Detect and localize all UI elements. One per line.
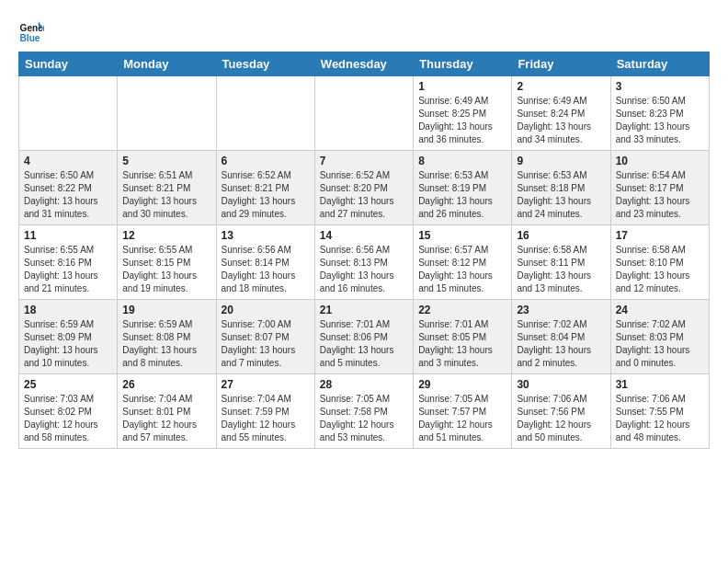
day-number: 1 (418, 80, 506, 93)
day-number: 21 (320, 304, 408, 316)
calendar-cell (19, 76, 118, 151)
day-number: 22 (418, 304, 506, 316)
day-number: 4 (24, 155, 112, 167)
calendar-week-4: 18Sunrise: 6:59 AM Sunset: 8:09 PM Dayli… (19, 300, 710, 374)
calendar-cell: 7Sunrise: 6:52 AM Sunset: 8:20 PM Daylig… (314, 151, 413, 225)
day-info: Sunrise: 6:59 AM Sunset: 8:09 PM Dayligh… (24, 318, 112, 370)
day-info: Sunrise: 6:59 AM Sunset: 8:08 PM Dayligh… (122, 318, 210, 370)
weekday-header-wednesday: Wednesday (314, 52, 413, 76)
day-number: 23 (517, 304, 605, 316)
logo: General Blue (18, 18, 48, 44)
day-info: Sunrise: 7:02 AM Sunset: 8:04 PM Dayligh… (517, 318, 605, 370)
day-info: Sunrise: 6:56 AM Sunset: 8:13 PM Dayligh… (320, 244, 408, 295)
day-number: 14 (320, 229, 408, 242)
day-info: Sunrise: 6:58 AM Sunset: 8:10 PM Dayligh… (616, 244, 704, 295)
calendar-cell: 9Sunrise: 6:53 AM Sunset: 8:18 PM Daylig… (512, 151, 610, 225)
day-info: Sunrise: 7:01 AM Sunset: 8:06 PM Dayligh… (320, 318, 408, 370)
day-number: 15 (418, 229, 506, 242)
calendar-cell: 11Sunrise: 6:55 AM Sunset: 8:16 PM Dayli… (19, 225, 118, 300)
calendar-cell: 17Sunrise: 6:58 AM Sunset: 8:10 PM Dayli… (610, 225, 709, 300)
calendar-cell: 22Sunrise: 7:01 AM Sunset: 8:05 PM Dayli… (414, 300, 512, 374)
weekday-header-row: SundayMondayTuesdayWednesdayThursdayFrid… (19, 52, 710, 76)
weekday-header-monday: Monday (118, 52, 216, 76)
day-number: 27 (222, 378, 310, 391)
day-info: Sunrise: 6:54 AM Sunset: 8:17 PM Dayligh… (616, 169, 704, 221)
calendar-cell: 28Sunrise: 7:05 AM Sunset: 7:58 PM Dayli… (314, 374, 413, 449)
day-info: Sunrise: 6:50 AM Sunset: 8:22 PM Dayligh… (24, 169, 112, 221)
day-number: 10 (616, 155, 704, 167)
day-info: Sunrise: 6:49 AM Sunset: 8:24 PM Dayligh… (517, 95, 605, 146)
calendar-cell: 25Sunrise: 7:03 AM Sunset: 8:02 PM Dayli… (19, 374, 118, 449)
day-number: 3 (616, 80, 704, 93)
day-info: Sunrise: 7:04 AM Sunset: 8:01 PM Dayligh… (122, 393, 210, 444)
calendar-cell: 14Sunrise: 6:56 AM Sunset: 8:13 PM Dayli… (314, 225, 413, 300)
calendar-cell: 3Sunrise: 6:50 AM Sunset: 8:23 PM Daylig… (610, 76, 709, 151)
day-info: Sunrise: 6:53 AM Sunset: 8:18 PM Dayligh… (517, 169, 605, 221)
calendar-week-2: 4Sunrise: 6:50 AM Sunset: 8:22 PM Daylig… (19, 151, 710, 225)
day-info: Sunrise: 7:02 AM Sunset: 8:03 PM Dayligh… (616, 318, 704, 370)
calendar-table: SundayMondayTuesdayWednesdayThursdayFrid… (18, 52, 710, 449)
day-number: 18 (24, 304, 112, 316)
day-number: 7 (320, 155, 408, 167)
page-header: General Blue (18, 15, 710, 44)
calendar-cell: 30Sunrise: 7:06 AM Sunset: 7:56 PM Dayli… (512, 374, 610, 449)
day-number: 5 (122, 155, 210, 167)
weekday-header-saturday: Saturday (610, 52, 709, 76)
calendar-cell: 23Sunrise: 7:02 AM Sunset: 8:04 PM Dayli… (512, 300, 610, 374)
svg-text:Blue: Blue (20, 33, 40, 43)
calendar-cell: 10Sunrise: 6:54 AM Sunset: 8:17 PM Dayli… (610, 151, 709, 225)
calendar-cell: 15Sunrise: 6:57 AM Sunset: 8:12 PM Dayli… (414, 225, 512, 300)
day-info: Sunrise: 7:05 AM Sunset: 7:57 PM Dayligh… (418, 393, 506, 444)
calendar-week-5: 25Sunrise: 7:03 AM Sunset: 8:02 PM Dayli… (19, 374, 710, 449)
calendar-cell: 27Sunrise: 7:04 AM Sunset: 7:59 PM Dayli… (216, 374, 314, 449)
day-number: 30 (517, 378, 605, 391)
calendar-cell: 29Sunrise: 7:05 AM Sunset: 7:57 PM Dayli… (414, 374, 512, 449)
calendar-cell (118, 76, 216, 151)
day-number: 2 (517, 80, 605, 93)
weekday-header-friday: Friday (512, 52, 610, 76)
day-info: Sunrise: 7:06 AM Sunset: 7:56 PM Dayligh… (517, 393, 605, 444)
day-number: 31 (616, 378, 704, 391)
day-info: Sunrise: 6:52 AM Sunset: 8:20 PM Dayligh… (320, 169, 408, 221)
calendar-cell: 13Sunrise: 6:56 AM Sunset: 8:14 PM Dayli… (216, 225, 314, 300)
day-info: Sunrise: 7:01 AM Sunset: 8:05 PM Dayligh… (418, 318, 506, 370)
day-info: Sunrise: 7:05 AM Sunset: 7:58 PM Dayligh… (320, 393, 408, 444)
calendar-cell (314, 76, 413, 151)
calendar-week-3: 11Sunrise: 6:55 AM Sunset: 8:16 PM Dayli… (19, 225, 710, 300)
calendar-cell: 1Sunrise: 6:49 AM Sunset: 8:25 PM Daylig… (414, 76, 512, 151)
day-info: Sunrise: 7:03 AM Sunset: 8:02 PM Dayligh… (24, 393, 112, 444)
calendar-cell: 31Sunrise: 7:06 AM Sunset: 7:55 PM Dayli… (610, 374, 709, 449)
calendar-cell (216, 76, 314, 151)
calendar-cell: 26Sunrise: 7:04 AM Sunset: 8:01 PM Dayli… (118, 374, 216, 449)
day-number: 28 (320, 378, 408, 391)
day-number: 8 (418, 155, 506, 167)
calendar-cell: 12Sunrise: 6:55 AM Sunset: 8:15 PM Dayli… (118, 225, 216, 300)
calendar-cell: 16Sunrise: 6:58 AM Sunset: 8:11 PM Dayli… (512, 225, 610, 300)
day-number: 13 (222, 229, 310, 242)
day-number: 26 (122, 378, 210, 391)
day-number: 19 (122, 304, 210, 316)
calendar-cell: 18Sunrise: 6:59 AM Sunset: 8:09 PM Dayli… (19, 300, 118, 374)
day-info: Sunrise: 6:56 AM Sunset: 8:14 PM Dayligh… (222, 244, 310, 295)
day-number: 17 (616, 229, 704, 242)
day-info: Sunrise: 7:06 AM Sunset: 7:55 PM Dayligh… (616, 393, 704, 444)
day-info: Sunrise: 7:04 AM Sunset: 7:59 PM Dayligh… (222, 393, 310, 444)
calendar-cell: 2Sunrise: 6:49 AM Sunset: 8:24 PM Daylig… (512, 76, 610, 151)
day-number: 11 (24, 229, 112, 242)
day-info: Sunrise: 6:51 AM Sunset: 8:21 PM Dayligh… (122, 169, 210, 221)
calendar-cell: 8Sunrise: 6:53 AM Sunset: 8:19 PM Daylig… (414, 151, 512, 225)
day-info: Sunrise: 6:55 AM Sunset: 8:15 PM Dayligh… (122, 244, 210, 295)
day-number: 24 (616, 304, 704, 316)
calendar-cell: 24Sunrise: 7:02 AM Sunset: 8:03 PM Dayli… (610, 300, 709, 374)
day-number: 16 (517, 229, 605, 242)
day-number: 20 (222, 304, 310, 316)
weekday-header-tuesday: Tuesday (216, 52, 314, 76)
day-info: Sunrise: 7:00 AM Sunset: 8:07 PM Dayligh… (222, 318, 310, 370)
day-info: Sunrise: 6:55 AM Sunset: 8:16 PM Dayligh… (24, 244, 112, 295)
calendar-cell: 21Sunrise: 7:01 AM Sunset: 8:06 PM Dayli… (314, 300, 413, 374)
day-number: 29 (418, 378, 506, 391)
weekday-header-sunday: Sunday (19, 52, 118, 76)
day-info: Sunrise: 6:49 AM Sunset: 8:25 PM Dayligh… (418, 95, 506, 146)
day-number: 25 (24, 378, 112, 391)
weekday-header-thursday: Thursday (414, 52, 512, 76)
